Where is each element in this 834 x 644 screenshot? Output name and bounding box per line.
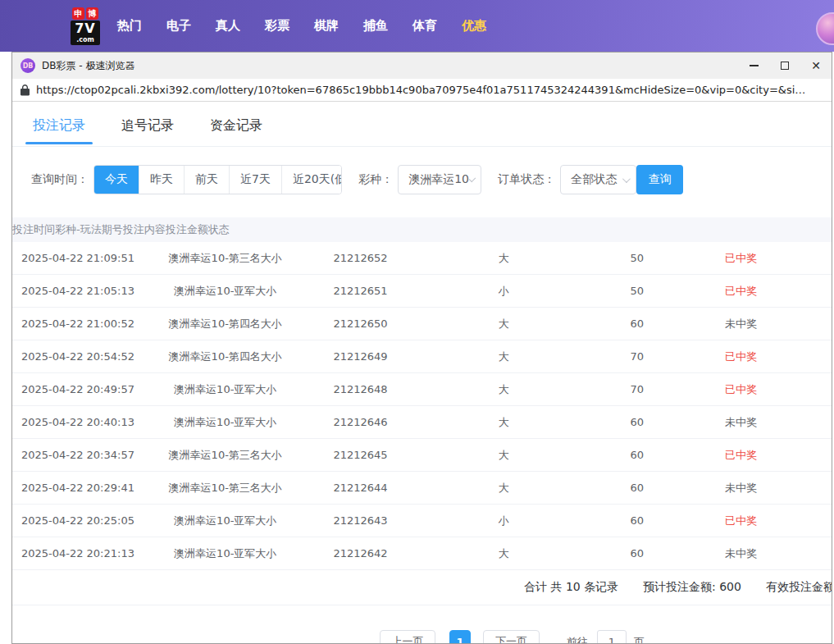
time-filter-button[interactable]: 昨天 [139, 166, 184, 194]
bet-time-cell: 2025-04-22 20:25:05 [12, 514, 144, 527]
status-cell: 未中奖 [680, 317, 832, 331]
table-row[interactable]: 2025-04-22 20:29:41 澳洲幸运10-第三名大小 2121264… [12, 472, 832, 505]
goto-page-suffix: 页 [634, 635, 645, 644]
table-body: 2025-04-22 21:09:51 澳洲幸运10-第三名大小 2121265… [12, 242, 832, 570]
nav-item[interactable]: 优惠 [462, 18, 486, 34]
url-text[interactable]: https://ctop02pcali.2kbxi392.com/lottery… [36, 84, 805, 96]
table-row[interactable]: 2025-04-22 20:21:13 澳洲幸运10-亚军大小 21212642… [12, 537, 832, 570]
bet-content-cell: 大 [413, 349, 594, 364]
issue-number-cell: 21212646 [308, 416, 414, 428]
nav-item[interactable]: 棋牌 [314, 18, 339, 34]
bet-time-cell: 2025-04-22 20:40:13 [12, 416, 144, 428]
nav-item[interactable]: 真人 [216, 18, 240, 34]
lottery-select[interactable]: 澳洲幸运10 [398, 165, 481, 194]
bet-time-cell: 2025-04-22 20:34:57 [12, 449, 144, 461]
time-filter-button[interactable]: 近7天 [229, 166, 281, 194]
bet-time-cell: 2025-04-22 21:05:13 [12, 285, 144, 297]
table-row[interactable]: 2025-04-22 20:25:05 澳洲幸运10-亚军大小 21212643… [12, 505, 832, 537]
nav-item[interactable]: 电子 [166, 18, 191, 34]
issue-number-cell: 21212643 [308, 514, 414, 527]
status-cell: 已中奖 [680, 448, 832, 463]
bet-time-cell: 2025-04-22 20:49:57 [12, 383, 144, 395]
next-page-button[interactable]: 下一页 [483, 630, 540, 644]
game-play-cell: 澳洲幸运10-亚军大小 [144, 415, 308, 430]
time-filter-button[interactable]: 近20天(低频) [281, 166, 342, 194]
logo-com-text: .com [71, 36, 100, 45]
time-filter-group: 今天昨天前天近7天近20天(低频) [93, 165, 342, 194]
bet-time-cell: 2025-04-22 20:21:13 [12, 547, 144, 560]
game-play-cell: 澳洲幸运10-亚军大小 [144, 514, 308, 528]
bet-content-cell: 小 [413, 284, 594, 299]
game-play-cell: 澳洲幸运10-第四名大小 [144, 349, 308, 364]
goto-page-label: 前往 [567, 635, 588, 644]
maximize-icon[interactable] [769, 53, 800, 79]
logo-7v-text: 7V [71, 21, 100, 36]
game-play-cell: 澳洲幸运10-亚军大小 [144, 382, 308, 397]
minimize-icon[interactable] [738, 53, 769, 79]
bet-time-cell: 2025-04-22 20:29:41 [12, 482, 144, 494]
table-row[interactable]: 2025-04-22 21:05:13 澳洲幸运10-亚军大小 21212651… [12, 275, 832, 308]
issue-number-cell: 21212645 [308, 449, 414, 461]
table-row[interactable]: 2025-04-22 20:34:57 澳洲幸运10-第三名大小 2121264… [12, 439, 832, 472]
nav-item[interactable]: 彩票 [265, 18, 289, 34]
close-icon[interactable]: ✕ [800, 53, 832, 79]
active-tab-underline [25, 142, 93, 144]
status-cell: 未中奖 [680, 415, 832, 430]
table-row[interactable]: 2025-04-22 20:49:57 澳洲幸运10-亚军大小 21212648… [12, 373, 832, 406]
prev-page-button[interactable]: 上一页 [380, 630, 435, 644]
record-tab[interactable]: 资金记录 [210, 112, 262, 146]
user-avatar[interactable] [816, 12, 834, 45]
query-button[interactable]: 查询 [636, 165, 683, 194]
game-play-cell: 澳洲幸运10-第三名大小 [144, 448, 308, 463]
bet-content-cell: 大 [413, 317, 594, 331]
bet-content-cell: 大 [413, 448, 594, 463]
table-row[interactable]: 2025-04-22 21:09:51 澳洲幸运10-第三名大小 2121265… [12, 242, 832, 275]
issue-number-cell: 21212648 [308, 383, 414, 395]
valid-bet-amount-text: 有效投注金额 [766, 580, 832, 595]
bet-amount-cell: 50 [594, 285, 680, 297]
game-play-cell: 澳洲幸运10-第四名大小 [144, 317, 308, 331]
record-tab[interactable]: 投注记录 [33, 112, 85, 146]
bet-time-cell: 2025-04-22 21:09:51 [12, 252, 144, 264]
table-row[interactable]: 2025-04-22 20:40:13 澳洲幸运10-亚军大小 21212646… [12, 406, 832, 439]
order-status-select[interactable]: 全部状态 [560, 165, 636, 194]
window-title: DB彩票 - 极速浏览器 [42, 59, 134, 73]
issue-number-cell: 21212649 [308, 350, 414, 363]
page-number-button[interactable]: 1 [449, 630, 471, 644]
nav-item[interactable]: 体育 [412, 18, 437, 34]
chevron-down-icon [469, 175, 476, 182]
bet-amount-cell: 60 [594, 514, 680, 527]
goto-page-input[interactable] [597, 630, 627, 644]
time-filter-button[interactable]: 今天 [94, 166, 139, 194]
time-filter-button[interactable]: 前天 [184, 166, 229, 194]
record-tab[interactable]: 追号记录 [121, 112, 174, 146]
column-header: 投注金额 [166, 222, 208, 237]
page: 申 博 7V .com 热门电子真人彩票棋牌捕鱼体育优惠 DB DB彩票 - 极… [0, 0, 834, 644]
column-header: 状态 [208, 222, 230, 237]
bet-content-cell: 大 [413, 251, 594, 266]
column-header: 期号 [102, 222, 123, 237]
total-records-text: 合计 共 10 条记录 [524, 580, 618, 595]
pagination: 上一页 1 下一页 前往 页 [12, 630, 832, 644]
logo-badge-shen: 申 [72, 7, 84, 20]
issue-number-cell: 21212644 [308, 482, 414, 494]
tab-label: 追号记录 [121, 117, 174, 133]
game-play-cell: 澳洲幸运10-亚军大小 [144, 284, 308, 299]
nav-item[interactable]: 捕鱼 [363, 18, 388, 34]
column-header: 投注内容 [123, 222, 166, 237]
logo-badges: 申 博 [71, 7, 100, 20]
status-cell: 已中奖 [680, 349, 832, 364]
bet-amount-cell: 60 [594, 547, 680, 560]
lock-icon [21, 84, 30, 96]
browser-favicon-icon: DB [21, 58, 35, 73]
table-row[interactable]: 2025-04-22 21:00:52 澳洲幸运10-第四名大小 2121265… [12, 308, 832, 340]
nav-item[interactable]: 热门 [117, 18, 142, 34]
site-logo[interactable]: 申 博 7V .com [71, 7, 100, 45]
issue-number-cell: 21212642 [308, 547, 414, 560]
status-cell: 未中奖 [680, 546, 832, 561]
table-row[interactable]: 2025-04-22 20:54:52 澳洲幸运10-第四名大小 2121264… [12, 340, 832, 373]
bet-amount-cell: 70 [594, 383, 680, 395]
bet-content-cell: 大 [413, 481, 594, 496]
issue-number-cell: 21212652 [308, 252, 414, 264]
window-titlebar: DB DB彩票 - 极速浏览器 ✕ [12, 53, 832, 79]
